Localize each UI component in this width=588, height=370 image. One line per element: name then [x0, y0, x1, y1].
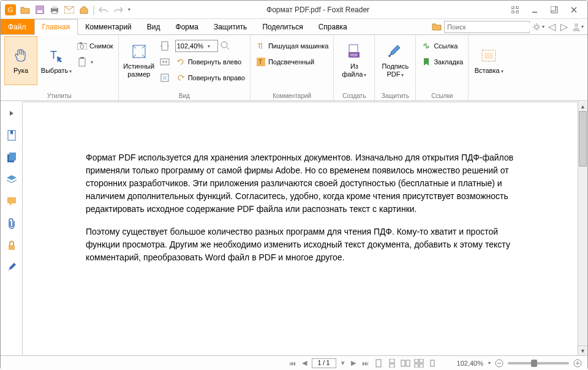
snapshot-button[interactable]: Снимок [75, 39, 115, 53]
insert-button[interactable]: Вставка▾ [472, 36, 505, 85]
from-file-button[interactable]: PDF Из файла▾ [337, 36, 371, 85]
continuous-icon[interactable] [387, 358, 397, 368]
tab-view[interactable]: Вид [140, 19, 168, 34]
layers-panel-icon[interactable] [5, 173, 18, 186]
scroll-down-icon[interactable]: ▼ [578, 345, 587, 355]
mail-icon[interactable] [63, 4, 75, 16]
app-icon[interactable]: G [4, 4, 17, 16]
attachments-panel-icon[interactable] [5, 217, 18, 230]
tab-comment[interactable]: Комментарий [78, 19, 140, 34]
open-icon[interactable] [19, 4, 31, 16]
zoom-out-icon[interactable] [494, 358, 504, 368]
maximize-icon[interactable] [547, 4, 562, 16]
clipboard-button[interactable]: ▾ [75, 55, 115, 69]
fit-visible-button[interactable] [158, 70, 172, 85]
fit-width-button[interactable] [158, 55, 172, 69]
link-button[interactable]: Ссылка [420, 39, 464, 53]
svg-rect-46 [376, 360, 381, 367]
hand-tool-button[interactable]: Рука [4, 36, 37, 85]
highlight-button[interactable]: TПодсвеченный [254, 55, 330, 69]
continuous-facing-icon[interactable] [414, 358, 424, 368]
find-folder-icon[interactable] [432, 22, 442, 32]
next-result-icon[interactable]: ▷ [559, 21, 569, 32]
svg-rect-5 [52, 6, 57, 9]
save-icon[interactable] [34, 4, 46, 16]
document-viewport[interactable]: Формат PDF используется для хранения эле… [23, 102, 578, 355]
prev-result-icon[interactable]: ◁ [547, 21, 557, 32]
zoom-slider[interactable] [508, 362, 569, 364]
prev-page-icon[interactable]: ◀ [301, 359, 308, 367]
rotate-right-icon [175, 72, 186, 83]
comments-panel-icon[interactable] [5, 195, 18, 208]
user-icon[interactable]: ▾ [571, 21, 584, 33]
bookmarks-panel-icon[interactable] [5, 129, 18, 142]
svg-rect-10 [511, 11, 514, 13]
next-page-icon[interactable]: ▶ [350, 359, 357, 367]
typewriter-button[interactable]: TПишущая машинка [254, 39, 330, 53]
home-icon[interactable] [78, 4, 90, 16]
scroll-up-icon[interactable]: ▲ [578, 102, 587, 111]
tab-home[interactable]: Главная [34, 19, 78, 35]
select-tool-button[interactable]: T Выбрать▾ [40, 36, 73, 85]
signatures-panel-icon[interactable] [5, 261, 18, 274]
page-dropdown-icon[interactable]: ▾ [340, 359, 346, 367]
first-page-icon[interactable]: ⏮ [288, 360, 297, 367]
svg-rect-43 [9, 153, 16, 160]
print-icon[interactable] [48, 4, 61, 16]
ribbon-expand-icon[interactable] [508, 4, 522, 16]
tab-file[interactable]: Файл [1, 19, 34, 34]
panel-toggle-icon[interactable] [5, 107, 18, 120]
scroll-thumb[interactable] [579, 111, 587, 167]
pdf-sign-button[interactable]: Подпись PDF▾ [379, 36, 412, 85]
paragraph: Формат PDF используется для хранения эле… [86, 151, 514, 216]
svg-rect-54 [420, 364, 423, 368]
gear-icon[interactable]: ▾ [532, 21, 545, 33]
pages-panel-icon[interactable] [5, 151, 18, 164]
fit-page-button[interactable] [158, 39, 172, 53]
search-input[interactable] [444, 21, 530, 33]
svg-rect-6 [52, 11, 57, 13]
rotate-right-button[interactable]: Повернуть вправо [174, 70, 246, 85]
svg-point-30 [221, 42, 227, 48]
zoom-input[interactable]: ▾ [175, 40, 218, 52]
svg-point-17 [535, 25, 538, 29]
svg-rect-3 [37, 10, 42, 13]
security-panel-icon[interactable] [5, 239, 18, 252]
svg-text:PDF: PDF [350, 53, 358, 57]
vertical-scrollbar[interactable]: ▲ ▼ [578, 102, 587, 355]
side-panel [1, 102, 23, 355]
qat-dropdown-icon[interactable]: ▾ [128, 7, 130, 12]
svg-rect-22 [80, 42, 82, 44]
svg-rect-48 [390, 364, 394, 368]
undo-icon[interactable] [97, 4, 110, 16]
svg-rect-9 [516, 6, 519, 9]
group-insert: Вставка▾ [469, 35, 509, 100]
tab-form[interactable]: Форма [168, 19, 206, 34]
show-cover-icon[interactable] [428, 358, 437, 368]
rotate-left-button[interactable]: Повернуть влево [174, 55, 246, 69]
svg-rect-26 [162, 42, 168, 50]
zoom-marquee-icon[interactable] [220, 40, 231, 51]
single-page-icon[interactable] [374, 358, 383, 368]
tab-protect[interactable]: Защитить [206, 19, 255, 34]
bookmark-button[interactable]: Закладка [420, 55, 464, 69]
tab-help[interactable]: Справка [311, 19, 355, 34]
zoom-dropdown-icon[interactable]: ▾ [488, 360, 491, 366]
last-page-icon[interactable]: ⏭ [361, 360, 370, 367]
svg-rect-47 [390, 359, 394, 363]
redo-icon[interactable] [112, 4, 124, 16]
highlight-icon: T [255, 56, 266, 67]
svg-rect-29 [163, 76, 167, 80]
page-content: Формат PDF используется для хранения эле… [67, 102, 533, 292]
page-number-input[interactable] [312, 358, 336, 368]
svg-rect-40 [484, 53, 493, 59]
actual-size-button[interactable]: Истинный размер [123, 36, 156, 85]
close-icon[interactable] [567, 4, 581, 16]
facing-icon[interactable] [401, 358, 410, 368]
zoom-slider-handle[interactable] [531, 360, 537, 367]
tab-share[interactable]: Поделиться [255, 19, 311, 34]
minimize-icon[interactable] [527, 4, 542, 16]
zoom-in-icon[interactable] [573, 358, 582, 368]
typewriter-icon: T [255, 40, 266, 51]
search-field[interactable] [447, 23, 532, 31]
